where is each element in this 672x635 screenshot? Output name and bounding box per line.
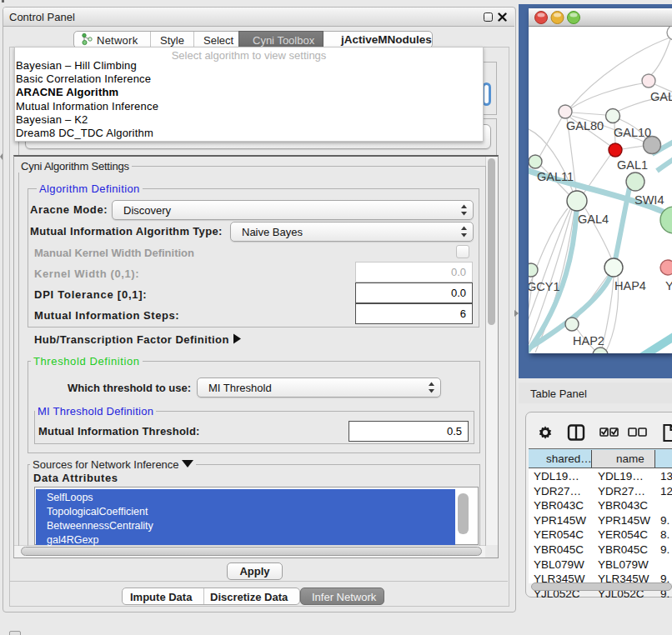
svg-text:GAL1: GAL1	[617, 158, 648, 172]
svg-text:HAP4: HAP4	[614, 279, 646, 292]
svg-text:GAL80: GAL80	[566, 119, 604, 132]
svg-text:Y: Y	[665, 279, 672, 292]
svg-text:HAP2: HAP2	[573, 334, 604, 348]
svg-text:GCY1: GCY1	[529, 280, 560, 293]
svg-text:SWI4: SWI4	[634, 193, 664, 207]
svg-text:GAL11: GAL11	[537, 170, 574, 183]
svg-text:GAL…: GAL…	[650, 90, 672, 103]
svg-text:GAL4: GAL4	[578, 212, 609, 226]
svg-text:GAL10: GAL10	[614, 126, 651, 139]
